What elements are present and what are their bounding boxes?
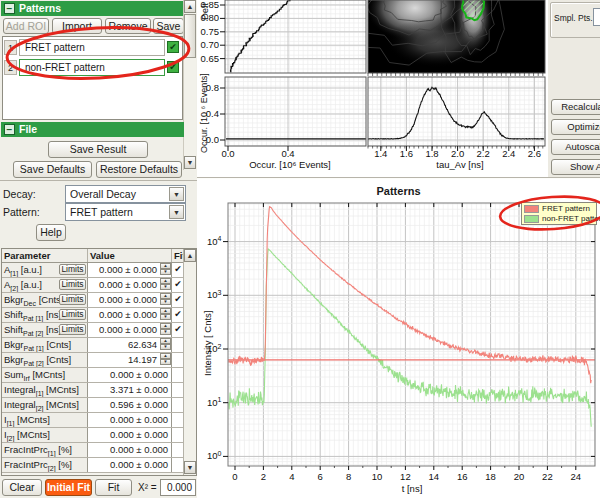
intensity-axis-label: Intensity [ Cnts]	[202, 311, 213, 376]
param-value-field[interactable]: 0.596 ± 0.000	[88, 398, 172, 412]
param-value-field[interactable]: 0.000 ± 0.000	[88, 413, 172, 427]
param-value-field[interactable]: 0.000 ± 0.000▲▼	[88, 293, 172, 307]
quantity-stepper[interactable]: ▲▼	[160, 338, 171, 351]
tick-label: 4	[289, 471, 294, 482]
param-value-field[interactable]: 14.197▲▼	[88, 353, 172, 367]
restore-defaults-button[interactable]: Restore Defaults	[96, 161, 182, 178]
save-result-button[interactable]: Save Result	[48, 141, 148, 158]
fit-button[interactable]: Fit	[95, 479, 132, 496]
pattern-list-item[interactable]: 1FRET pattern✔	[3, 39, 182, 57]
limits-button[interactable]: Limits	[59, 279, 86, 290]
add-roi-button[interactable]: Add ROI	[3, 18, 49, 34]
patterns-file-scroll-area: − Patterns Add ROI Import Remove Save 1F…	[0, 0, 197, 181]
file-section-title: File	[19, 123, 37, 135]
sample-points-input[interactable]	[593, 8, 600, 26]
right-action-button[interactable]: Autoscale	[551, 139, 600, 155]
chi2-value-field[interactable]: 0.000	[160, 479, 196, 496]
tick-label: 2.0	[451, 148, 464, 159]
pattern-enabled-checkbox[interactable]: ✔	[167, 61, 179, 73]
scroll-down-icon[interactable]: ▼	[184, 461, 196, 474]
pattern-selected-value: FRET pattern	[70, 206, 133, 218]
scroll-up-icon[interactable]: ▲	[184, 0, 196, 13]
tick-label: 20	[514, 471, 525, 482]
tick-label: 2	[261, 471, 266, 482]
limits-button[interactable]: Limits	[59, 294, 86, 305]
help-button[interactable]: Help	[36, 224, 66, 241]
chevron-down-icon[interactable]: ▼	[169, 187, 184, 201]
quantity-stepper[interactable]: ▲▼	[160, 278, 171, 291]
tick-label: 0.4	[281, 148, 294, 159]
limits-button[interactable]: Limits	[59, 309, 86, 320]
spinner-down-icon[interactable]: ▼	[160, 344, 171, 350]
right-action-button[interactable]: Recalculate	[551, 99, 600, 115]
tick-label: 14	[429, 471, 440, 482]
param-value-field[interactable]: 0.000 ± 0.000▲▼	[88, 278, 172, 292]
delta-axis-label: Delt	[199, 3, 210, 20]
spinner-down-icon[interactable]: ▼	[160, 299, 171, 305]
param-name: ShiftPat [2] [ns]Limits	[2, 323, 88, 337]
quantity-stepper[interactable]: ▲▼	[160, 293, 171, 306]
quantity-stepper[interactable]: ▲▼	[160, 323, 171, 336]
table-row: A[1] [a.u.]Limits0.000 ± 0.000▲▼✔	[2, 263, 196, 278]
spinner-down-icon[interactable]: ▼	[160, 284, 171, 290]
quantity-stepper[interactable]: ▲▼	[160, 263, 171, 276]
param-value-field[interactable]: 0.000 ± 0.000▲▼	[88, 323, 172, 337]
tick-label: 104	[207, 235, 222, 247]
collapse-icon[interactable]: −	[4, 3, 15, 14]
param-value-field[interactable]: 3.371 ± 0.000	[88, 383, 172, 397]
flim-plot[interactable]: 0.850.800.750.700.650.80.40.00.00.41.41.…	[197, 0, 548, 177]
remove-button[interactable]: Remove	[105, 18, 151, 34]
table-scrollbar[interactable]: ▲ ▼	[183, 249, 196, 475]
scroll-up-icon[interactable]: ▲	[184, 249, 196, 262]
limits-button[interactable]: Limits	[59, 324, 86, 335]
tick-label: 0.0	[221, 148, 234, 159]
left-panel: − Patterns Add ROI Import Remove Save 1F…	[0, 0, 198, 498]
clear-button[interactable]: Clear	[2, 479, 42, 496]
tau-axis-title: tau_Av [ns]	[390, 159, 530, 170]
tick-label: 100	[207, 450, 222, 462]
param-value-field[interactable]: 0.000 ± 0.000	[88, 428, 172, 442]
pattern-list-item[interactable]: 2non-FRET pattern✔	[3, 59, 182, 77]
limits-button[interactable]: Limits	[59, 264, 86, 275]
pattern-name-field[interactable]: FRET pattern	[19, 39, 165, 56]
tick-label: 22	[542, 471, 553, 482]
collapse-icon[interactable]: −	[4, 124, 15, 135]
param-value-field[interactable]: 0.000 ± 0.000	[88, 368, 172, 382]
flim-view: 0.850.800.750.700.650.80.40.00.00.41.41.…	[197, 0, 548, 177]
legend-label: FRET pattern	[542, 204, 590, 213]
initial-fit-button[interactable]: Initial Fit	[45, 479, 92, 496]
param-value-field[interactable]: 0.000 ± 0.000▲▼	[88, 308, 172, 322]
sample-points-label: Smpl. Pts.:	[554, 13, 595, 23]
pattern-select[interactable]: FRET pattern ▼	[65, 203, 186, 221]
param-value-field[interactable]: 0.000 ± 0.000▲▼	[88, 263, 172, 277]
param-value-field[interactable]: 62.634▲▼	[88, 338, 172, 352]
param-value-field[interactable]: 0.000 ± 0.000	[88, 458, 172, 472]
save-defaults-button[interactable]: Save Defaults	[13, 161, 92, 178]
spinner-down-icon[interactable]: ▼	[160, 329, 171, 335]
quantity-stepper[interactable]: ▲▼	[160, 353, 171, 366]
save-button[interactable]: Save	[153, 18, 184, 34]
scroll-down-icon[interactable]: ▼	[184, 156, 196, 169]
table-row: Integral[1] [MCnts]3.371 ± 0.000	[2, 383, 196, 398]
spinner-down-icon[interactable]: ▼	[160, 314, 171, 320]
scrollbar-thumb[interactable]	[184, 14, 196, 58]
param-name: BkgrPat [2] [Cnts]	[2, 353, 88, 367]
import-button[interactable]: Import	[52, 18, 102, 34]
tick-label: 1.4	[374, 148, 387, 159]
quantity-stepper[interactable]: ▲▼	[160, 308, 171, 321]
pattern-name-field[interactable]: non-FRET pattern	[19, 59, 165, 76]
chevron-down-icon[interactable]: ▼	[169, 205, 184, 219]
spinner-down-icon[interactable]: ▼	[160, 269, 171, 275]
patterns-scrollbar[interactable]: ▲ ▼	[183, 0, 196, 170]
right-action-button[interactable]: Optimize	[551, 119, 600, 135]
pattern-enabled-checkbox[interactable]: ✔	[167, 41, 179, 53]
spinner-down-icon[interactable]: ▼	[160, 359, 171, 365]
decay-select[interactable]: Overall Decay ▼	[65, 185, 186, 203]
file-section-header: − File	[1, 122, 184, 137]
param-name: ShiftPat [1] [ns]Limits	[2, 308, 88, 322]
right-action-button[interactable]: Show A	[551, 159, 600, 175]
chi2-label: X² =	[138, 482, 157, 493]
param-value-field[interactable]: 0.000 ± 0.000	[88, 443, 172, 457]
decay-plot[interactable]: 024681012141618202224100101102103104	[197, 184, 600, 498]
table-row: BkgrDec [Cnts]Limits0.000 ± 0.000▲▼✔	[2, 293, 196, 308]
